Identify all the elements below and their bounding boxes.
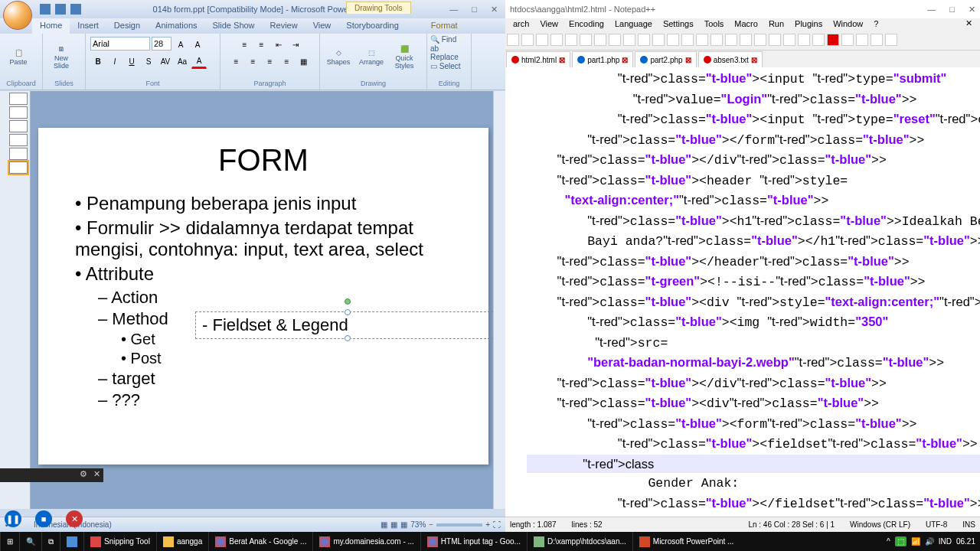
new-slide-button[interactable]: 🗎New Slide [46,36,77,79]
taskbar-item[interactable]: Microsoft PowerPoint ... [632,532,740,551]
align-left-button[interactable]: ≡ [229,54,244,69]
justify-button[interactable]: ≡ [279,54,295,69]
paste-button[interactable]: 📋Paste [3,36,34,79]
sorter-view-icon[interactable]: ▦ [390,520,397,529]
pause-button[interactable]: ❚❚ [5,510,21,527]
thumb-1[interactable] [9,93,28,105]
slide-canvas[interactable]: FORM Penampung beberapa jenis input Form… [38,128,488,465]
thumb-5[interactable] [9,148,28,160]
menu-item[interactable]: View [535,18,563,32]
select-button[interactable]: ▭ Select [430,62,461,70]
language-indicator[interactable]: IND [939,537,952,546]
func-list-icon[interactable] [783,34,795,46]
redo-icon[interactable] [652,34,665,46]
folder-icon[interactable] [769,34,781,46]
copy-icon[interactable] [609,34,621,46]
char-spacing-button[interactable]: Aa [175,54,190,69]
code-editor[interactable]: "t-red">class="t-blue"><input "t-red">ty… [505,67,980,517]
redo-icon[interactable] [70,4,81,15]
maximize-icon[interactable]: □ [472,5,477,15]
shapes-button[interactable]: ◇Shapes [323,36,354,79]
file-tab[interactable]: html2.html⊠ [506,51,570,67]
fit-icon[interactable]: ⛶ [493,520,501,529]
close-icon[interactable]: ✕ [969,5,975,15]
indent-inc-button[interactable]: ⇥ [288,37,303,52]
menu-item[interactable]: Settings [658,18,698,32]
thumb-4[interactable] [9,134,28,146]
playback-icon[interactable] [871,34,883,46]
shrink-font-icon[interactable]: A [190,37,205,52]
arrange-button[interactable]: ⬚Arrange [356,36,387,79]
tab-home[interactable]: Home [32,18,70,34]
search-button[interactable]: 🔍 [19,532,41,551]
replace-button[interactable]: ab Replace [430,44,468,61]
wifi-icon[interactable]: 📶 [911,537,920,546]
tab-format[interactable]: Format [423,18,466,34]
menu-item[interactable]: arch [508,18,534,32]
tab-review[interactable]: Review [263,18,305,34]
file-tab[interactable]: absen3.txt⊠ [698,51,763,67]
taskbar-item[interactable]: D:\xampp\htdocs\aan... [527,532,632,551]
slide-title[interactable]: FORM [61,143,466,178]
file-tab[interactable]: part2.php⊠ [635,51,696,67]
cancel-button[interactable]: ✕ [66,510,83,527]
taskbar-item[interactable]: my.domainesia.com - ... [312,532,420,551]
tab-close-icon[interactable]: ⊠ [751,56,757,64]
stop-icon[interactable] [856,34,868,46]
start-button[interactable]: ⊞ [0,532,19,551]
zoom-level[interactable]: 73% [410,520,426,529]
numbering-button[interactable]: ≡ [254,37,270,52]
thumb-3[interactable] [9,120,28,132]
save-icon[interactable] [536,34,548,46]
slide-editor[interactable]: FORM Penampung beberapa jenis input Form… [31,91,501,509]
tray-icon[interactable]: ^ [887,537,890,546]
undo-icon[interactable] [638,34,650,46]
minimize-icon[interactable]: — [927,5,936,15]
menu-item[interactable]: Tools [700,18,729,32]
taskbar-item[interactable]: HTML input tag - Goo... [420,532,527,551]
doc-map-icon[interactable] [798,34,810,46]
indent-icon[interactable] [754,34,766,46]
italic-button[interactable]: I [107,54,122,69]
context-tab-drawing-tools[interactable]: Drawing Tools [346,2,411,14]
scrollbar[interactable] [493,91,505,509]
find-button[interactable]: 🔍 Find [430,35,456,44]
show-chars-icon[interactable] [740,34,752,46]
font-name-select[interactable] [90,37,150,51]
save-icon[interactable] [40,4,51,15]
menu-item[interactable]: Macro [730,18,763,32]
align-right-button[interactable]: ≡ [263,54,278,69]
bullets-button[interactable]: ≡ [237,37,253,52]
align-center-button[interactable]: ≡ [246,54,261,69]
taskview-button[interactable]: ⧉ [41,532,60,551]
bold-button[interactable]: B [90,54,106,69]
slide-body[interactable]: Penampung beberapa jenis input Formulir … [61,193,466,410]
taskbar-item[interactable]: aangga [156,532,208,551]
minimize-icon[interactable]: — [449,5,458,15]
strike-button[interactable]: S [141,54,156,69]
undo-icon[interactable] [55,4,66,15]
settings-icon[interactable]: ⚙ [80,469,87,481]
cut-icon[interactable] [594,34,606,46]
stop-button[interactable]: ■ [35,510,52,527]
columns-button[interactable]: ▦ [296,54,312,69]
open-icon[interactable] [521,34,534,46]
record-icon[interactable] [827,34,839,46]
close-icon[interactable]: ✕ [491,5,498,15]
print-icon[interactable] [580,34,592,46]
monitor-icon[interactable] [812,34,825,46]
save-macro-icon[interactable] [885,34,897,46]
zoom-out-icon[interactable] [710,34,723,46]
maximize-icon[interactable]: □ [949,5,955,15]
tab-close-icon[interactable]: ⊠ [622,56,628,64]
find-icon[interactable] [667,34,679,46]
tab-insert[interactable]: Insert [70,18,106,34]
clock[interactable]: 06.21 [956,537,975,546]
tab-slideshow[interactable]: Slide Show [205,18,263,34]
paste-icon[interactable] [623,34,635,46]
font-size-select[interactable] [152,37,172,51]
menu-item[interactable]: Encoding [564,18,609,32]
tray-icon[interactable]: ⬚ [895,536,906,546]
menu-item[interactable]: Run [764,18,789,32]
taskbar-item[interactable]: Snipping Tool [83,532,156,551]
